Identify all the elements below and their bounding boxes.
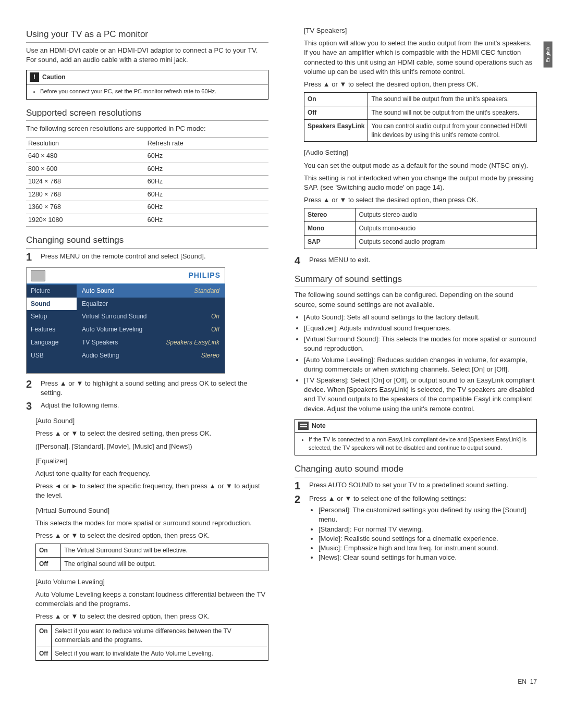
table-cell: 60Hz: [145, 214, 268, 227]
vss-p1: This selects the modes for more spatial …: [35, 519, 268, 528]
note-box: Note If the TV is connected to a non-Eas…: [295, 419, 537, 456]
summary-intro: The following sound settings can be conf…: [295, 290, 537, 309]
table-cell: Stereo: [304, 208, 356, 222]
heading-resolutions: Supported screen resolutions: [26, 107, 268, 121]
tv-cat: Features: [27, 323, 77, 336]
tvs-p2: Press ▲ or ▼ to select the desired optio…: [304, 80, 537, 89]
auto-sound-list: [Personal]: The customized settings you …: [309, 505, 537, 562]
tv-setting-row: Equalizer: [77, 298, 225, 311]
list-item: [Auto Sound]: Sets all sound settings to…: [304, 313, 537, 322]
step4: Press MENU to exit.: [309, 255, 537, 266]
table-cell: 60Hz: [145, 150, 268, 163]
pc-intro: Use an HDMI-DVI cable or an HDMI-DVI ada…: [26, 46, 268, 65]
table-cell: Outputs mono-audio: [356, 222, 537, 236]
resolution-table: Resolution Refresh rate 640 × 48060Hz800…: [26, 137, 268, 227]
table-cell: 60Hz: [145, 163, 268, 176]
auto-sound-p1: Press ▲ or ▼ to select the desired setti…: [35, 429, 268, 438]
list-item: [Auto Volume Leveling]: Reduces sudden c…: [304, 355, 537, 374]
tv-icon: [31, 270, 45, 281]
tv-cat: Language: [27, 336, 77, 349]
aud-h: [Audio Setting]: [304, 148, 537, 157]
note-item: If the TV is connected to a non-EasyLink…: [309, 436, 531, 452]
caution-item: Before you connect your PC, set the PC m…: [40, 88, 263, 95]
aud-p3: Press ▲ or ▼ to select the desired optio…: [304, 195, 537, 205]
list-item: [Equalizer]: Adjusts individual sound fr…: [304, 324, 537, 333]
heading-sound: Changing sound settings: [26, 234, 268, 249]
res-intro: The following screen resolutions are sup…: [26, 124, 268, 133]
list-item: [Movie]: Realistic sound settings for a …: [319, 534, 537, 544]
table-cell: Outputs stereo-audio: [356, 208, 537, 222]
table-cell: Select if you want to reduce volume diff…: [52, 625, 268, 647]
tvs-table: OnThe sound will be output from the unit…: [304, 92, 537, 142]
step2: Press ▲ or ▼ to highlight a sound settin…: [41, 379, 268, 398]
tv-menu-screenshot: PHILIPS PictureSoundSetupFeaturesLanguag…: [26, 267, 225, 374]
note-icon: [298, 422, 309, 430]
table-cell: 800 × 600: [26, 163, 145, 176]
avl-p2: Press ▲ or ▼ to select the desired optio…: [35, 612, 268, 621]
aud-p1: You can set the output mode as a default…: [304, 161, 537, 170]
vss-h: [Virtual Surround Sound]: [35, 506, 268, 515]
language-tab: English: [544, 42, 553, 68]
table-cell: 60Hz: [145, 176, 268, 189]
tv-cat: USB: [27, 349, 77, 362]
page-footer: EN 17: [26, 677, 537, 686]
tv-setting-row: Auto SoundStandard: [77, 285, 225, 298]
table-cell: The sound will be output from the unit's…: [368, 93, 537, 106]
table-cell: On: [36, 544, 61, 558]
caution-icon: !: [30, 72, 39, 82]
tv-setting-row: Auto Volume LevelingOff: [77, 323, 225, 336]
caution-label: Caution: [42, 73, 66, 82]
summary-list: [Auto Sound]: Sets all sound settings to…: [295, 313, 537, 414]
auto-step2: Press ▲ or ▼ to select one of the follow…: [309, 495, 466, 502]
table-cell: Off: [36, 647, 52, 661]
res-col2: Refresh rate: [145, 137, 268, 150]
table-cell: 1280 × 768: [26, 188, 145, 201]
caution-box: ! Caution Before you connect your PC, se…: [26, 70, 268, 99]
table-cell: On: [36, 625, 52, 647]
auto-sound-h: [Auto Sound]: [35, 416, 268, 426]
avl-h: [Auto Volume Leveling]: [35, 577, 268, 587]
table-cell: 640 × 480: [26, 150, 145, 163]
table-cell: Off: [304, 106, 368, 119]
tv-cat: Picture: [27, 285, 77, 298]
step1: Press MENU on the remote control and sel…: [41, 252, 268, 262]
table-cell: The sound will not be output from the un…: [368, 106, 537, 119]
table-cell: 60Hz: [145, 188, 268, 201]
aud-table: StereoOutputs stereo-audioMonoOutputs mo…: [304, 208, 537, 249]
list-item: [TV Speakers]: Select [On] or [Off], or …: [304, 376, 537, 414]
list-item: [Virtual Surround Sound]: This selects t…: [304, 335, 537, 353]
heading-auto-sound: Changing auto sound mode: [295, 463, 537, 477]
tv-setting-row: Virtual Surround SoundOn: [77, 310, 225, 323]
list-item: [Personal]: The customized settings you …: [319, 505, 537, 524]
list-item: [News]: Clear sound settings for human v…: [319, 553, 537, 562]
table-cell: Off: [36, 557, 61, 571]
heading-pc-monitor: Using your TV as a PC monitor: [26, 28, 268, 43]
list-item: [Music]: Emphasize high and low freq. fo…: [319, 544, 537, 553]
heading-summary: Summary of sound settings: [295, 273, 537, 288]
vss-p2: Press ▲ or ▼ to select the desired optio…: [35, 531, 268, 540]
tvs-h: [TV Speakers]: [304, 26, 537, 35]
table-cell: 1920× 1080: [26, 214, 145, 227]
note-label: Note: [312, 422, 326, 430]
table-cell: On: [304, 93, 368, 106]
table-cell: The original sound will be output.: [61, 557, 268, 571]
table-cell: 1024 × 768: [26, 176, 145, 189]
eq-p1: Adjust tone quality for each frequency.: [35, 469, 268, 478]
table-cell: Mono: [304, 222, 356, 236]
step3: Adjust the following items.: [41, 401, 268, 411]
eq-h: [Equalizer]: [35, 456, 268, 466]
res-col1: Resolution: [26, 137, 145, 150]
tv-cat: Sound: [27, 298, 77, 311]
tv-setting-row: TV SpeakersSpeakers EasyLink: [77, 336, 225, 349]
auto-sound-p2: ([Personal], [Standard], [Movie], [Music…: [35, 442, 268, 451]
table-cell: 60Hz: [145, 201, 268, 214]
avl-p1: Auto Volume Leveling keeps a constant lo…: [35, 590, 268, 609]
vss-table: OnThe Virtual Surround Sound will be eff…: [35, 544, 268, 571]
list-item: [Standard]: For normal TV viewing.: [319, 525, 537, 534]
philips-logo: PHILIPS: [189, 270, 221, 281]
table-cell: The Virtual Surround Sound will be effec…: [61, 544, 268, 558]
table-cell: Outputs second audio program: [356, 235, 537, 249]
avl-table: OnSelect if you want to reduce volume di…: [35, 624, 268, 660]
aud-p2: This setting is not interlocked when you…: [304, 174, 537, 192]
tv-cat: Setup: [27, 310, 77, 323]
